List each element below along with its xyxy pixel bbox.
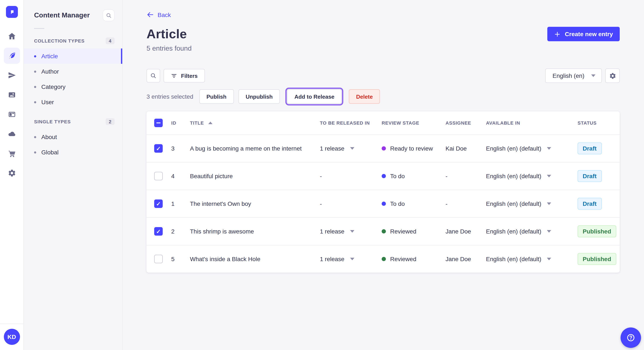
row-release-dropdown[interactable]: 1 release (317, 228, 379, 235)
home-icon[interactable] (4, 28, 20, 44)
filters-button[interactable]: Filters (164, 69, 205, 82)
row-id: 4 (169, 173, 188, 179)
row-review-stage: To do (379, 173, 443, 179)
row-release-dropdown[interactable]: - (317, 173, 379, 179)
add-to-release-button[interactable]: Add to Release (287, 89, 342, 104)
bullet-icon (34, 136, 36, 138)
back-link[interactable]: Back (146, 11, 171, 18)
search-icon[interactable] (146, 69, 160, 82)
subnav-item[interactable]: Author (24, 64, 122, 79)
row-title: The internet's Own boy (188, 200, 317, 207)
nav-rail-icons (4, 28, 20, 181)
row-available-in-dropdown[interactable]: English (en) (default) (484, 145, 575, 152)
row-release-dropdown[interactable]: 1 release (317, 256, 379, 262)
user-avatar[interactable]: KD (4, 329, 20, 345)
stage-dot-icon (382, 201, 386, 206)
locale-select[interactable]: English (en) (546, 68, 602, 83)
status-badge: Draft (578, 143, 602, 154)
create-new-entry-button[interactable]: Create new entry (547, 27, 620, 41)
section-count-badge: 2 (106, 118, 114, 125)
table-row[interactable]: 4 Beautiful picture - To do - English (e… (146, 162, 620, 190)
column-header-status[interactable]: STATUS (575, 120, 620, 126)
subnav-panel: Content Manager COLLECTION TYPES 4 Artic… (24, 0, 123, 350)
subnav-item[interactable]: Global (24, 145, 122, 160)
chevron-down-icon (547, 258, 551, 260)
delete-button[interactable]: Delete (349, 89, 380, 104)
media-library-images-icon[interactable] (4, 87, 20, 103)
subnav-item[interactable]: Category (24, 79, 122, 94)
stage-dot-icon (382, 146, 386, 151)
chevron-down-icon (547, 230, 551, 233)
column-header-to-be-released-in[interactable]: TO BE RELEASED IN (317, 120, 379, 126)
select-all-checkbox[interactable] (154, 119, 163, 127)
row-title: A bug is becoming a meme on the internet (188, 145, 317, 152)
row-id: 5 (169, 256, 188, 262)
stage-dot-icon (382, 229, 386, 233)
unpublish-button[interactable]: Unpublish (238, 89, 280, 104)
releases-paper-plane-icon[interactable] (4, 67, 20, 83)
row-available-in-dropdown[interactable]: English (en) (default) (484, 228, 575, 235)
column-header-assignee[interactable]: ASSIGNEE (443, 120, 484, 126)
row-review-stage: Ready to review (379, 145, 443, 152)
subnav-item[interactable]: Article (24, 48, 122, 64)
nav-rail-footer: KD (0, 324, 24, 350)
column-header-available-in[interactable]: AVAILABLE IN (484, 120, 575, 126)
search-icon[interactable] (103, 9, 114, 21)
settings-gear-icon[interactable] (4, 165, 20, 181)
row-review-stage: To do (379, 200, 443, 207)
row-review-stage: Reviewed (379, 228, 443, 235)
plus-icon (554, 31, 560, 37)
cloud-icon[interactable] (4, 126, 20, 142)
row-checkbox[interactable] (154, 255, 163, 263)
table-row[interactable]: 2 This shrimp is awesome 1 release Revie… (146, 217, 620, 245)
subnav-sections: COLLECTION TYPES 4 Article Author Catego… (24, 35, 122, 160)
stage-dot-icon (382, 174, 386, 178)
chevron-down-icon (547, 202, 551, 205)
row-release-dropdown[interactable]: 1 release (317, 145, 379, 152)
subnav-item[interactable]: User (24, 94, 122, 110)
row-checkbox[interactable] (154, 172, 163, 180)
row-checkbox[interactable] (154, 144, 163, 153)
publish-button[interactable]: Publish (199, 89, 234, 104)
subnav-item[interactable]: About (24, 129, 122, 145)
divider (34, 28, 44, 29)
content-manager-app: KD Content Manager COLLECTION TYPES 4 Ar… (0, 0, 644, 350)
subnav-title: Content Manager (34, 11, 90, 19)
row-id: 1 (169, 200, 188, 207)
row-checkbox[interactable] (154, 199, 163, 208)
filter-icon (171, 72, 177, 79)
subnav-item-label: Author (41, 68, 59, 75)
row-assignee: - (443, 200, 484, 207)
section-count-badge: 4 (106, 37, 114, 44)
section-label: COLLECTION TYPES (34, 38, 84, 43)
subnav-section: COLLECTION TYPES 4 Article Author Catego… (24, 35, 122, 110)
row-available-in-dropdown[interactable]: English (en) (default) (484, 256, 575, 262)
row-title: What's inside a Black Hole (188, 256, 317, 262)
view-settings-gear-icon[interactable] (605, 68, 620, 83)
nav-rail: KD (0, 0, 24, 350)
row-checkbox[interactable] (154, 227, 163, 236)
chevron-down-icon (350, 258, 354, 260)
status-badge: Published (578, 253, 616, 265)
column-header-id[interactable]: ID (169, 120, 188, 126)
subnav-item-label: About (41, 134, 57, 140)
entries-table: ID TITLE TO BE RELEASED IN REVIEW STAGE … (146, 111, 620, 273)
column-header-title[interactable]: TITLE (188, 120, 317, 126)
arrow-left-icon (146, 11, 154, 18)
table-row[interactable]: 3 A bug is becoming a meme on the intern… (146, 134, 620, 162)
column-header-review-stage[interactable]: REVIEW STAGE (379, 120, 443, 126)
table-header-row: ID TITLE TO BE RELEASED IN REVIEW STAGE … (146, 111, 620, 134)
marketplace-cart-icon[interactable] (4, 146, 20, 162)
table-row[interactable]: 1 The internet's Own boy - To do - Engli… (146, 190, 620, 217)
row-available-in-dropdown[interactable]: English (en) (default) (484, 200, 575, 207)
strapi-logo-icon[interactable] (6, 6, 18, 18)
layout-icon[interactable] (4, 106, 20, 123)
row-release-dropdown[interactable]: - (317, 200, 379, 207)
row-title: Beautiful picture (188, 173, 317, 179)
content-manager-feather-icon[interactable] (4, 48, 20, 64)
selection-count-text: 3 entries selected (146, 93, 193, 100)
table-row[interactable]: 5 What's inside a Black Hole 1 release R… (146, 245, 620, 273)
row-id: 3 (169, 145, 188, 152)
row-available-in-dropdown[interactable]: English (en) (default) (484, 173, 575, 179)
help-button[interactable] (620, 328, 641, 348)
